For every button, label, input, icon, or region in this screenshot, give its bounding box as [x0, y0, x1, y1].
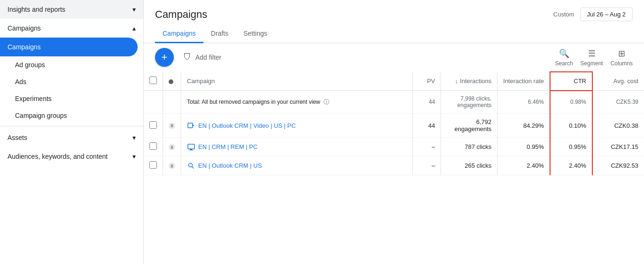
sort-arrow-icon: ↓	[455, 78, 458, 85]
col-pv[interactable]: PV	[413, 72, 441, 91]
row3-campaign-link[interactable]: EN | Outlook CRM | US	[198, 162, 262, 169]
date-label: Custom	[553, 11, 574, 18]
col-interaction-rate[interactable]: Interaction rate	[497, 72, 550, 91]
row3-ctr-cell: 2.40%	[550, 156, 592, 175]
total-avgcost-cell: CZK5.39	[592, 91, 644, 114]
row2-interactions-cell: 787 clicks	[441, 138, 497, 156]
tab-drafts[interactable]: Drafts	[203, 25, 236, 43]
sidebar-item-experiments-label: Experiments	[15, 95, 52, 102]
sidebar-item-ad-groups-label: Ad groups	[15, 61, 45, 69]
col-ctr[interactable]: CTR	[550, 72, 592, 91]
data-table-wrap: Campaign PV ↓Interactions Interaction ra…	[144, 71, 644, 264]
sidebar-item-campaigns[interactable]: Campaigns	[0, 38, 138, 56]
col-checkbox	[144, 72, 163, 91]
segment-label: Segment	[581, 60, 603, 67]
status-dot-header	[169, 79, 173, 84]
columns-label: Columns	[611, 60, 633, 67]
sidebar-item-campaigns-label: Campaigns	[8, 24, 41, 32]
row1-irate-cell: 84.29%	[497, 114, 550, 138]
row3-status-cell: ⏸	[163, 156, 181, 175]
sidebar-item-campaigns-section[interactable]: Campaigns ▴	[0, 19, 143, 38]
segment-action-button[interactable]: ☰ Segment	[581, 48, 603, 67]
row1-status-cell: ⏸	[163, 114, 181, 138]
sidebar-item-insights-label: Insights and reports	[8, 6, 65, 13]
table-header-row: Campaign PV ↓Interactions Interaction ra…	[144, 72, 644, 91]
col-interactions[interactable]: ↓Interactions	[441, 72, 497, 91]
row2-checkbox-cell	[144, 138, 163, 156]
search-icon: 🔍	[559, 48, 569, 59]
sidebar-item-campaign-groups[interactable]: Campaign groups	[0, 107, 143, 124]
add-icon: +	[162, 51, 168, 63]
table-row: ⏸ EN | CRM | REM	[144, 138, 644, 156]
sidebar-item-assets-label: Assets	[8, 134, 27, 141]
paused-status-icon: ⏸	[169, 163, 175, 169]
filter-area[interactable]: ⛉ Add filter	[178, 53, 551, 62]
row2-checkbox[interactable]	[149, 142, 157, 150]
svg-rect-2	[188, 144, 194, 149]
tab-settings[interactable]: Settings	[236, 25, 275, 43]
toolbar: + ⛉ Add filter 🔍 Search ☰ Segment ⊞ Colu…	[144, 43, 644, 71]
paused-status-icon: ⏸	[169, 123, 175, 129]
video-campaign-icon	[187, 121, 195, 130]
row2-avgcost-cell: CZK17.15	[592, 138, 644, 156]
svg-line-6	[192, 166, 194, 168]
row2-status-cell: ⏸	[163, 138, 181, 156]
row2-ctr-cell: 0.95%	[550, 138, 592, 156]
total-pv-cell: 44	[413, 91, 441, 114]
search-campaign-icon	[187, 162, 195, 170]
total-label-cell: Total: All but removed campaigns in your…	[181, 91, 413, 114]
sidebar-item-ad-groups[interactable]: Ad groups	[0, 56, 143, 73]
page-title: Campaigns	[155, 8, 207, 21]
segment-icon: ☰	[588, 48, 596, 59]
row3-interactions-cell: 265 clicks	[441, 156, 497, 175]
row2-campaign-link[interactable]: EN | CRM | REM | PC	[198, 143, 257, 150]
campaigns-table: Campaign PV ↓Interactions Interaction ra…	[144, 71, 644, 175]
row1-checkbox[interactable]	[149, 121, 157, 129]
col-avg-cost[interactable]: Avg. cost	[592, 72, 644, 91]
row1-campaign-cell: EN | Outlook CRM | Video | US | PC	[181, 114, 413, 138]
sidebar-item-audiences[interactable]: Audiences, keywords, and content ▾	[0, 147, 143, 166]
row3-checkbox[interactable]	[149, 161, 157, 169]
row1-pv-cell: 44	[413, 114, 441, 138]
columns-icon: ⊞	[618, 48, 625, 59]
sidebar-item-insights[interactable]: Insights and reports ▾	[0, 0, 143, 19]
sidebar-item-assets[interactable]: Assets ▾	[0, 128, 143, 147]
filter-icon: ⛉	[183, 53, 192, 62]
date-range-area: Custom Jul 26 – Aug 2	[553, 8, 633, 21]
main-header: Campaigns Custom Jul 26 – Aug 2	[144, 0, 644, 25]
row1-interactions-cell: 6,792 engagements	[441, 114, 497, 138]
table-row: ⏸ EN | Outlook CRM | US	[144, 156, 644, 175]
select-all-checkbox[interactable]	[149, 77, 157, 84]
row2-campaign-cell: EN | CRM | REM | PC	[181, 138, 413, 156]
svg-rect-3	[190, 149, 192, 150]
col-campaign[interactable]: Campaign	[181, 72, 413, 91]
col-status	[163, 72, 181, 91]
row1-campaign-link[interactable]: EN | Outlook CRM | Video | US | PC	[198, 122, 296, 129]
sidebar-item-campaigns-sub-label: Campaigns	[8, 43, 41, 51]
main-content: Campaigns Custom Jul 26 – Aug 2 Campaign…	[144, 0, 644, 264]
columns-action-button[interactable]: ⊞ Columns	[611, 48, 633, 67]
sidebar-item-experiments[interactable]: Experiments	[0, 90, 143, 107]
search-action-button[interactable]: 🔍 Search	[555, 48, 573, 67]
chevron-down-icon-audiences: ▾	[132, 153, 136, 160]
row1-ctr-cell: 0.10%	[550, 114, 592, 138]
total-irate-cell: 6.46%	[497, 91, 550, 114]
search-label: Search	[555, 60, 573, 67]
help-icon[interactable]: ⓘ	[324, 99, 329, 105]
add-button[interactable]: +	[155, 48, 174, 67]
table-row: ⏸ EN | Outlook CRM | Video | US | PC	[144, 114, 644, 138]
tab-campaigns[interactable]: Campaigns	[155, 25, 203, 43]
chevron-down-icon-assets: ▾	[132, 134, 136, 141]
date-range-button[interactable]: Jul 26 – Aug 2	[580, 8, 633, 21]
total-interactions-cell: 7,998 clicks, engagements	[441, 91, 497, 114]
row2-pv-cell: –	[413, 138, 441, 156]
total-row: Total: All but removed campaigns in your…	[144, 91, 644, 114]
row1-checkbox-cell	[144, 114, 163, 138]
row3-checkbox-cell	[144, 156, 163, 175]
svg-point-5	[189, 163, 193, 167]
sidebar-item-ads[interactable]: Ads	[0, 73, 143, 90]
svg-marker-1	[193, 124, 194, 126]
svg-rect-4	[189, 150, 193, 150]
row1-avgcost-cell: CZK0.38	[592, 114, 644, 138]
row3-avgcost-cell: CZK92.53	[592, 156, 644, 175]
